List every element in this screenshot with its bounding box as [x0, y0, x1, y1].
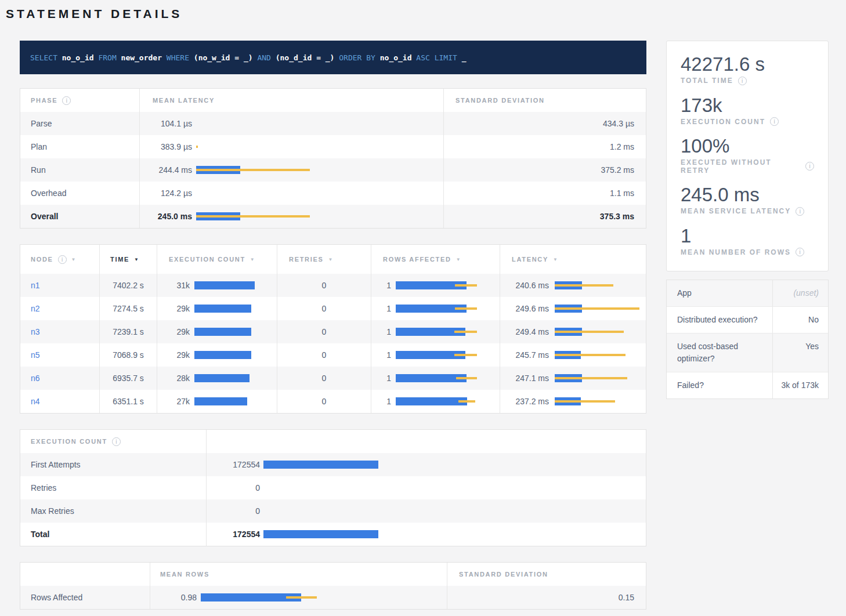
table-row: Overhead 124.2 µs 1.1 ms [20, 182, 646, 205]
execution-count-value: 29k [157, 327, 190, 336]
latency-bar [196, 189, 310, 197]
table-header-row: PHASE i MEAN LATENCY STANDARD DEVIATION [20, 89, 646, 112]
time-value: 7274.5 s [100, 297, 157, 320]
mean-latency-value: 104.1 µs [140, 119, 192, 128]
latency-bar [555, 397, 642, 405]
column-header-rows-affected[interactable]: ROWS AFFECTED ▼ [371, 245, 500, 274]
latency-value: 249.6 ms [500, 304, 549, 313]
attribute-label: App [667, 280, 773, 306]
count-bar [263, 484, 639, 492]
time-value: 7402.2 s [100, 274, 157, 297]
table-row: App (unset) [667, 280, 828, 306]
node-link[interactable]: n5 [31, 350, 40, 360]
execution-count-bar [194, 397, 270, 405]
sort-desc-icon: ▼ [71, 257, 77, 262]
node-link[interactable]: n2 [31, 304, 40, 313]
mean-latency-value: 383.9 µs [140, 142, 192, 151]
table-header-row: MEAN ROWS STANDARD DEVIATION [20, 563, 646, 586]
phase-label: Overhead [20, 182, 140, 205]
phase-latency-table: PHASE i MEAN LATENCY STANDARD DEVIATION … [20, 88, 646, 229]
rows-affected-bar [396, 328, 477, 336]
column-header-phase: PHASE i [20, 89, 140, 112]
table-row: Total 172554 [20, 523, 646, 546]
info-icon[interactable]: i [796, 248, 804, 256]
info-icon[interactable]: i [738, 77, 747, 85]
execution-count-bar [194, 305, 270, 313]
mean-rows-value: 0.98 [150, 593, 197, 602]
info-icon[interactable]: i [770, 117, 779, 126]
rows-affected-bar [396, 351, 477, 359]
column-header-execution-count: EXECUTION COUNT i [20, 430, 207, 453]
rows-affected-bar [396, 397, 477, 405]
latency-bar [196, 143, 310, 151]
column-header-retries[interactable]: RETRIES ▼ [277, 245, 371, 274]
info-icon[interactable]: i [796, 207, 804, 216]
table-row: n2 7274.5 s 29k 0 1 249.6 ms [20, 297, 646, 320]
latency-bar [555, 305, 642, 313]
latency-bar [555, 374, 642, 382]
execution-count-bar [194, 328, 270, 336]
retries-value: 0 [277, 320, 371, 343]
retries-value: 0 [277, 367, 371, 390]
page-title: STATEMENT DETAILS [6, 6, 846, 21]
node-link[interactable]: n1 [31, 281, 40, 290]
time-value: 6935.7 s [100, 367, 157, 390]
count-bar [263, 530, 639, 538]
stat-total-time: 42271.6 s TOTAL TIMEi [681, 54, 814, 85]
info-icon[interactable]: i [805, 162, 814, 171]
column-header-latency[interactable]: LATENCY ▼ [500, 245, 646, 274]
execution-count-value: 29k [157, 350, 190, 360]
exec-row-value: 172554 [207, 460, 260, 469]
node-link[interactable]: n3 [31, 327, 40, 336]
sort-desc-icon: ▼ [456, 257, 462, 262]
column-header-node[interactable]: NODE i ▼ [20, 245, 100, 274]
rows-affected-value: 1 [371, 374, 391, 383]
phase-label: Parse [20, 112, 140, 135]
attribute-value: (unset) [773, 280, 828, 306]
table-row: Max Retries 0 [20, 499, 646, 523]
stat-mean-service-latency: 245.0 ms MEAN SERVICE LATENCYi [681, 184, 814, 216]
phase-label: Overall [20, 205, 140, 228]
table-row: Run 244.4 ms 375.2 ms [20, 158, 646, 182]
table-row: n5 7068.9 s 29k 0 1 245.7 ms [20, 343, 646, 367]
node-link[interactable]: n6 [31, 374, 40, 383]
retries-value: 0 [277, 297, 371, 320]
rows-affected-value: 1 [371, 281, 391, 290]
time-value: 6351.1 s [100, 390, 157, 413]
info-icon[interactable]: i [62, 96, 71, 105]
table-row: Overall 245.0 ms 375.3 ms [20, 205, 646, 228]
rows-affected-bar [396, 281, 477, 289]
column-header-time[interactable]: TIME ▼ [100, 245, 157, 274]
exec-row-label: Retries [20, 476, 207, 499]
table-row: n4 6351.1 s 27k 0 1 237.2 ms [20, 390, 646, 413]
execution-count-value: 28k [157, 374, 190, 383]
table-header-row: NODE i ▼ TIME ▼ EXECUTION COUNT ▼ RETRIE… [20, 245, 646, 274]
execution-count-value: 27k [157, 397, 190, 406]
table-row: Used cost-based optimizer? Yes [667, 333, 828, 372]
latency-bar [555, 351, 642, 359]
table-row: n6 6935.7 s 28k 0 1 247.1 ms [20, 367, 646, 390]
stddev-value: 375.3 ms [443, 205, 646, 228]
info-icon[interactable]: i [58, 255, 67, 264]
latency-value: 249.4 ms [500, 327, 549, 336]
statement-attributes-table: App (unset) Distributed execution? No Us… [666, 280, 829, 399]
rows-affected-value: 1 [371, 397, 391, 406]
latency-bar [196, 119, 310, 128]
sql-statement: SELECT no_o_id FROM new_order WHERE (no_… [20, 41, 646, 74]
attribute-value: Yes [773, 334, 828, 372]
mean-rows-bar [201, 593, 317, 601]
rows-affected-label: Rows Affected [20, 586, 150, 609]
exec-row-value: 0 [207, 483, 260, 492]
rows-affected-table: MEAN ROWS STANDARD DEVIATION Rows Affect… [20, 562, 646, 610]
exec-row-label: First Attempts [20, 453, 207, 476]
latency-value: 237.2 ms [500, 397, 549, 406]
mean-latency-value: 244.4 ms [140, 165, 192, 175]
phase-label: Plan [20, 135, 140, 158]
time-value: 7068.9 s [100, 343, 157, 367]
column-header-standard-deviation: STANDARD DEVIATION [443, 89, 646, 112]
column-header-execution-count[interactable]: EXECUTION COUNT ▼ [157, 245, 277, 274]
phase-label: Run [20, 158, 140, 182]
node-link[interactable]: n4 [31, 397, 40, 406]
latency-bar [196, 212, 310, 220]
info-icon[interactable]: i [112, 437, 121, 446]
